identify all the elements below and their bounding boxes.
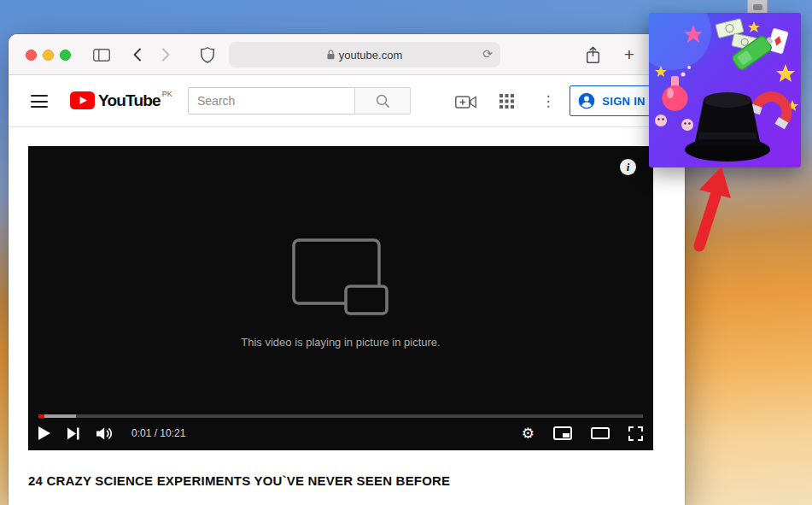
create-video-button[interactable] [454,94,476,109]
gear-icon: ⚙ [522,426,535,441]
volume-icon [96,427,114,440]
volume-button[interactable] [96,427,114,440]
hamburger-icon [31,95,48,97]
miniplayer-icon [553,426,572,440]
search-icon [376,94,390,109]
next-icon [67,427,79,440]
pip-thumbnail-art [649,13,801,167]
forward-button[interactable] [159,47,172,62]
sign-in-label: SIGN IN [602,95,646,108]
address-bar[interactable]: youtube.com ⟳ [229,42,500,68]
youtube-wordmark: YouTube [98,91,161,110]
share-icon [586,46,600,64]
chevron-left-icon [132,48,142,62]
youtube-header: YouTube PK [9,75,685,127]
desktop-background: youtube.com ⟳ + Y [0,0,812,505]
arrow-annotation [681,165,740,255]
youtube-play-icon [70,91,95,109]
video-camera-plus-icon [455,95,476,109]
lock-icon [327,50,335,60]
page-content: i This video is playing in picture in pi… [9,146,685,488]
theater-mode-button[interactable] [591,427,610,439]
play-icon [38,426,50,440]
info-button[interactable]: i [620,159,636,175]
menubar-widget-inner [753,4,762,10]
youtube-region-label: PK [162,90,172,98]
zoom-window-button[interactable] [60,50,71,61]
browser-toolbar: youtube.com ⟳ + [9,34,685,75]
video-player[interactable]: i This video is playing in picture in pi… [28,146,653,450]
chevron-right-icon [161,48,171,62]
shield-icon [201,47,214,63]
picture-in-picture-placeholder-icon [292,238,390,317]
miniplayer-button[interactable] [553,426,572,440]
player-controls: 0:01 / 10:21 ⚙ [38,420,643,446]
search-area [188,87,411,115]
sign-in-button[interactable]: SIGN IN [570,85,654,116]
more-options-button[interactable]: ⋮ [541,90,555,112]
reload-icon[interactable]: ⟳ [482,47,493,61]
apps-grid-icon [499,94,514,109]
safari-window: youtube.com ⟳ + Y [9,34,685,505]
play-button[interactable] [38,426,50,440]
share-button[interactable] [584,45,601,65]
sidebar-toggle-button[interactable] [92,47,111,62]
fullscreen-icon [628,426,643,441]
pip-placeholder: This video is playing in picture in pict… [28,238,653,349]
youtube-apps-button[interactable] [499,93,514,109]
settings-button[interactable]: ⚙ [522,426,535,441]
sidebar-icon [93,49,110,62]
fullscreen-button[interactable] [628,426,643,441]
next-button[interactable] [67,427,79,440]
minimize-window-button[interactable] [43,50,54,61]
youtube-logo[interactable]: YouTube PK [70,91,172,110]
new-tab-button[interactable]: + [620,44,639,66]
search-input[interactable] [188,87,354,115]
pip-window[interactable] [649,13,801,167]
progress-bar[interactable] [38,414,643,418]
theater-mode-icon [591,427,610,439]
guide-menu-button[interactable] [31,95,48,108]
privacy-report-button[interactable] [200,46,215,63]
back-button[interactable] [130,47,143,62]
address-text: youtube.com [339,49,402,62]
time-display: 0:01 / 10:21 [131,427,185,439]
account-icon [578,92,595,109]
pip-message: This video is playing in picture in pict… [241,336,440,349]
video-title: 24 CRAZY SCIENCE EXPERIMENTS YOU`VE NEVE… [28,473,685,488]
close-window-button[interactable] [26,50,37,61]
search-button[interactable] [354,87,411,115]
played-segment [38,414,44,418]
